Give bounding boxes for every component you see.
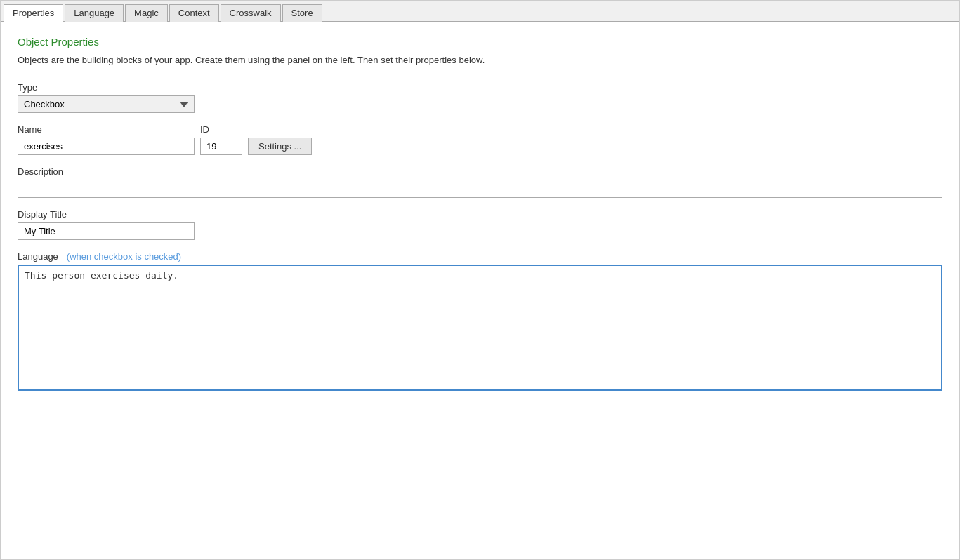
type-label: Type: [18, 82, 942, 93]
language-field-group: Language (when checkbox is checked): [18, 251, 942, 393]
name-input[interactable]: [18, 138, 195, 155]
tab-crosswalk[interactable]: Crosswalk: [221, 4, 281, 22]
language-hint: (when checkbox is checked): [67, 251, 181, 262]
tab-magic[interactable]: Magic: [125, 4, 168, 22]
tab-context[interactable]: Context: [169, 4, 219, 22]
content-area: Object Properties Objects are the buildi…: [1, 22, 959, 418]
language-label-row: Language (when checkbox is checked): [18, 251, 942, 262]
display-title-input[interactable]: [18, 222, 195, 240]
type-field-group: Type Checkbox Text Number Date Select Mu…: [18, 82, 942, 113]
name-id-field-group: Name ID Settings ...: [18, 124, 942, 155]
id-field: ID Settings ...: [200, 124, 312, 155]
language-label: Language: [18, 251, 58, 262]
section-title: Object Properties: [18, 36, 942, 48]
id-label: ID: [200, 124, 312, 135]
display-title-field-group: Display Title: [18, 209, 942, 240]
description-label: Description: [18, 166, 942, 177]
name-field: Name: [18, 124, 195, 155]
type-select[interactable]: Checkbox Text Number Date Select Multise…: [18, 95, 195, 113]
description-field-group: Description: [18, 166, 942, 198]
main-container: Properties Language Magic Context Crossw…: [0, 0, 960, 560]
intro-description: Objects are the building blocks of your …: [18, 55, 942, 65]
display-title-label: Display Title: [18, 209, 942, 220]
id-settings-row: Settings ...: [200, 138, 312, 155]
name-label: Name: [18, 124, 195, 135]
tabs-bar: Properties Language Magic Context Crossw…: [1, 1, 959, 22]
id-input[interactable]: [200, 138, 242, 155]
name-id-row: Name ID Settings ...: [18, 124, 942, 155]
tab-properties[interactable]: Properties: [4, 4, 63, 22]
description-input[interactable]: [18, 180, 942, 198]
language-textarea[interactable]: [18, 265, 942, 391]
settings-button[interactable]: Settings ...: [248, 138, 312, 155]
tab-store[interactable]: Store: [282, 4, 322, 22]
tab-language[interactable]: Language: [65, 4, 124, 22]
